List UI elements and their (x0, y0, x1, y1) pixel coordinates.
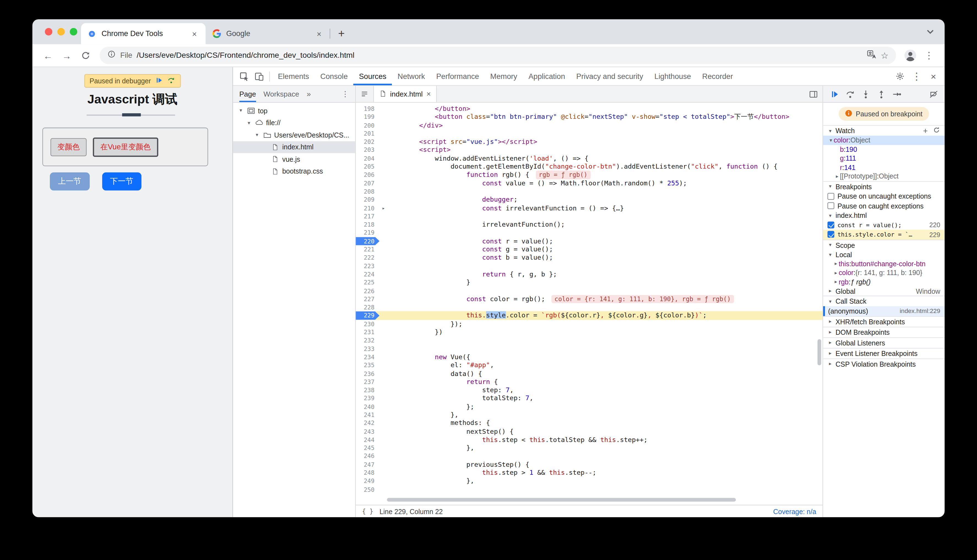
watch-row[interactable]: r: 141 (823, 163, 945, 172)
devtools-tab-application[interactable]: Application (523, 67, 571, 85)
back-icon[interactable]: ← (40, 47, 56, 63)
step-out-icon[interactable] (876, 89, 886, 99)
line-number[interactable]: 210 (356, 204, 380, 212)
vue-change-color-button[interactable]: 在Vue里变颜色 (93, 137, 158, 157)
line-number[interactable]: 232 (356, 337, 380, 345)
site-info-icon[interactable] (107, 50, 116, 61)
line-number[interactable]: 244 (356, 436, 380, 444)
banner-step-over-icon[interactable] (167, 77, 175, 85)
devtools-tab-elements[interactable]: Elements (272, 67, 315, 85)
tab-close-icon[interactable]: × (314, 29, 324, 38)
line-number[interactable]: 237 (356, 378, 380, 386)
editor-tab-close-icon[interactable]: × (427, 90, 431, 98)
devtools-tab-network[interactable]: Network (392, 67, 430, 85)
horizontal-scrollbar[interactable] (387, 498, 736, 502)
scope-variable-row[interactable]: ▸this: button#change-color-btn (823, 259, 945, 268)
line-number[interactable]: 239 (356, 394, 380, 402)
chevron-down-icon[interactable]: ▾ (246, 120, 252, 125)
browser-menu-icon[interactable]: ⋮ (921, 47, 937, 63)
line-number[interactable]: 246 (356, 452, 380, 460)
line-number[interactable]: 249 (356, 477, 380, 485)
chevron-down-icon[interactable]: ▾ (254, 132, 260, 138)
breakpoint-file-group[interactable]: ▾ index.html (823, 211, 945, 220)
checkbox-checked[interactable] (828, 231, 834, 238)
watch-row[interactable]: b: 190 (823, 145, 945, 154)
line-number[interactable]: 242 (356, 419, 380, 427)
breakpoint-line-number[interactable]: 229 (356, 312, 380, 320)
url-bar[interactable]: File /Users/eve/Desktop/CS/Frontend/chro… (100, 47, 896, 64)
fold-marker-icon[interactable]: ▸ (380, 204, 387, 212)
next-step-button[interactable]: 下一节 (102, 172, 142, 191)
file-tree-item[interactable]: ▾Users/eve/Desktop/CS... (233, 129, 355, 141)
file-tree-item[interactable]: ▾file:// (233, 117, 355, 129)
pause-exception-toggle[interactable]: Pause on uncaught exceptions (823, 192, 945, 201)
line-number[interactable]: 235 (356, 361, 380, 369)
line-number[interactable]: 247 (356, 460, 380, 469)
close-window-button[interactable] (45, 28, 52, 35)
scope-local-group[interactable]: ▾ Local (823, 250, 945, 259)
resume-script-icon[interactable] (830, 89, 839, 99)
editor-tab-index-html[interactable]: index.html × (373, 86, 437, 102)
forward-icon[interactable]: → (59, 47, 75, 63)
step-into-icon[interactable] (860, 89, 870, 99)
line-number[interactable]: 198 (356, 105, 380, 113)
line-number[interactable]: 231 (356, 328, 380, 337)
chevron-right-icon[interactable]: ▸ (834, 173, 840, 179)
scope-variable-row[interactable]: ▸rgb: ƒ rgb() (823, 277, 945, 286)
file-tree-item[interactable]: index.html (233, 141, 355, 153)
vertical-scrollbar[interactable] (818, 339, 821, 365)
devtools-tab-memory[interactable]: Memory (485, 67, 523, 85)
line-number[interactable]: 248 (356, 469, 380, 477)
navigator-overflow-icon[interactable]: » (307, 90, 311, 98)
line-number[interactable]: 241 (356, 411, 380, 419)
line-number[interactable]: 217 (356, 212, 380, 220)
open-files-icon[interactable] (356, 86, 373, 102)
toggle-debugger-sidebar-icon[interactable] (804, 86, 823, 102)
devtools-tab-recorder[interactable]: Recorder (697, 67, 739, 85)
devtools-tab-lighthouse[interactable]: Lighthouse (649, 67, 697, 85)
collapsed-section-event-listener-breakpoints[interactable]: ▸Event Listener Breakpoints (823, 348, 945, 358)
url-text[interactable]: /Users/eve/Desktop/CS/Frontend/chrome_de… (137, 51, 862, 60)
tab-search-button[interactable] (925, 26, 936, 37)
browser-tab[interactable]: Google× (206, 23, 330, 44)
reload-icon[interactable] (77, 47, 94, 63)
tab-close-icon[interactable]: × (189, 29, 199, 38)
chevron-right-icon[interactable]: ▸ (833, 279, 838, 284)
line-number[interactable]: 245 (356, 444, 380, 452)
deactivate-breakpoints-icon[interactable] (928, 89, 939, 99)
navigator-menu-icon[interactable]: ⋮ (341, 90, 349, 98)
line-number[interactable]: 223 (356, 262, 380, 270)
line-number[interactable]: 201 (356, 129, 380, 138)
line-number[interactable]: 243 (356, 427, 380, 436)
line-number[interactable]: 218 (356, 220, 380, 228)
collapsed-section-csp-violation-breakpoints[interactable]: ▸CSP Violation Breakpoints (823, 358, 945, 368)
line-number[interactable]: 236 (356, 369, 380, 378)
checkbox-unchecked[interactable] (828, 202, 834, 209)
line-number[interactable]: 202 (356, 138, 380, 146)
prev-step-button[interactable]: 上一节 (50, 172, 89, 191)
pretty-print-icon[interactable]: { } (362, 508, 373, 515)
scope-global-group[interactable]: ▸ Global Window (823, 286, 945, 296)
line-number[interactable]: 219 (356, 228, 380, 237)
avatar[interactable] (902, 47, 918, 63)
line-number[interactable]: 208 (356, 187, 380, 195)
line-number[interactable]: 204 (356, 154, 380, 163)
checkbox-unchecked[interactable] (828, 193, 834, 200)
device-toolbar-icon[interactable] (252, 69, 266, 83)
navigator-tab-page[interactable]: Page (239, 86, 256, 102)
watch-row[interactable]: ▸[[Prototype]]: Object (823, 172, 945, 181)
watch-section-header[interactable]: ▾ Watch + (823, 125, 945, 136)
file-tree-item[interactable]: ▾top (233, 105, 355, 117)
chevron-down-icon[interactable]: ▾ (238, 108, 243, 113)
file-tree-item[interactable]: vue.js (233, 153, 355, 165)
breakpoint-entry[interactable]: const r = value();220 (823, 220, 945, 230)
file-tree-item[interactable]: bootstrap.css (233, 165, 355, 177)
line-number[interactable]: 240 (356, 402, 380, 411)
line-number[interactable]: 234 (356, 353, 380, 361)
chevron-right-icon[interactable]: ▸ (833, 270, 838, 275)
devtools-menu-icon[interactable]: ⋮ (909, 69, 924, 83)
line-number[interactable]: 238 (356, 386, 380, 394)
pause-exception-toggle[interactable]: Pause on caught exceptions (823, 201, 945, 211)
chevron-down-icon[interactable]: ▾ (828, 138, 833, 143)
line-number[interactable]: 209 (356, 195, 380, 204)
